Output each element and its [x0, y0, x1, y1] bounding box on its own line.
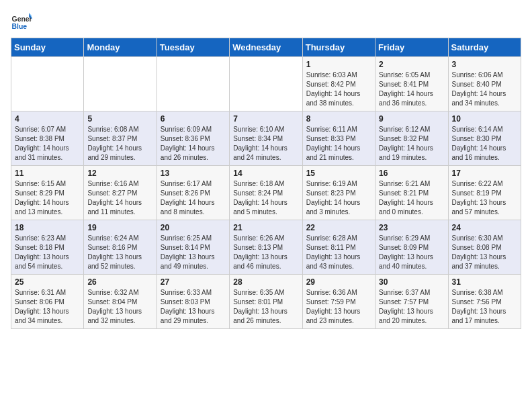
svg-text:Blue: Blue	[12, 23, 28, 30]
day-number: 22	[306, 223, 371, 232]
day-number: 28	[233, 277, 298, 287]
day-cell: 20Sunrise: 6:25 AM Sunset: 8:14 PM Dayli…	[157, 220, 229, 275]
day-cell: 24Sunrise: 6:30 AM Sunset: 8:08 PM Dayli…	[448, 220, 521, 275]
day-info: Sunrise: 6:26 AM Sunset: 8:13 PM Dayligh…	[233, 234, 298, 271]
day-number: 14	[233, 169, 298, 178]
day-header-saturday: Saturday	[448, 38, 521, 57]
day-cell: 28Sunrise: 6:35 AM Sunset: 8:01 PM Dayli…	[230, 275, 302, 329]
day-info: Sunrise: 6:23 AM Sunset: 8:18 PM Dayligh…	[15, 234, 80, 271]
week-row-5: 25Sunrise: 6:31 AM Sunset: 8:06 PM Dayli…	[11, 275, 521, 329]
day-header-monday: Monday	[84, 38, 157, 57]
day-number: 4	[15, 114, 80, 124]
day-info: Sunrise: 6:24 AM Sunset: 8:16 PM Dayligh…	[87, 234, 152, 271]
day-info: Sunrise: 6:16 AM Sunset: 8:27 PM Dayligh…	[87, 179, 152, 217]
week-row-4: 18Sunrise: 6:23 AM Sunset: 8:18 PM Dayli…	[11, 220, 521, 275]
day-number: 20	[161, 223, 226, 232]
day-cell: 17Sunrise: 6:22 AM Sunset: 8:19 PM Dayli…	[448, 166, 521, 220]
day-number: 11	[15, 169, 80, 178]
day-cell: 15Sunrise: 6:19 AM Sunset: 8:23 PM Dayli…	[302, 166, 375, 220]
day-info: Sunrise: 6:31 AM Sunset: 8:06 PM Dayligh…	[15, 288, 80, 326]
day-info: Sunrise: 6:14 AM Sunset: 8:30 PM Dayligh…	[452, 125, 517, 163]
day-number: 16	[379, 169, 444, 178]
day-info: Sunrise: 6:21 AM Sunset: 8:21 PM Dayligh…	[379, 179, 444, 217]
day-cell: 13Sunrise: 6:17 AM Sunset: 8:26 PM Dayli…	[157, 166, 229, 220]
day-cell: 26Sunrise: 6:32 AM Sunset: 8:04 PM Dayli…	[84, 275, 157, 329]
day-cell: 16Sunrise: 6:21 AM Sunset: 8:21 PM Dayli…	[375, 166, 448, 220]
day-info: Sunrise: 6:22 AM Sunset: 8:19 PM Dayligh…	[452, 179, 517, 217]
day-number: 5	[87, 114, 152, 124]
day-cell: 30Sunrise: 6:37 AM Sunset: 7:57 PM Dayli…	[375, 275, 448, 329]
calendar-table: SundayMondayTuesdayWednesdayThursdayFrid…	[11, 38, 521, 329]
day-info: Sunrise: 6:33 AM Sunset: 8:03 PM Dayligh…	[161, 288, 226, 326]
day-cell: 22Sunrise: 6:28 AM Sunset: 8:11 PM Dayli…	[302, 220, 375, 275]
week-row-1: 1Sunrise: 6:03 AM Sunset: 8:42 PM Daylig…	[11, 57, 521, 111]
day-number: 18	[15, 223, 80, 232]
day-number: 29	[306, 277, 371, 287]
day-cell: 25Sunrise: 6:31 AM Sunset: 8:06 PM Dayli…	[11, 275, 84, 329]
day-number: 17	[452, 169, 517, 178]
day-cell	[230, 57, 302, 111]
day-cell	[157, 57, 229, 111]
day-cell: 18Sunrise: 6:23 AM Sunset: 8:18 PM Dayli…	[11, 220, 84, 275]
week-row-3: 11Sunrise: 6:15 AM Sunset: 8:29 PM Dayli…	[11, 166, 521, 220]
day-cell: 7Sunrise: 6:10 AM Sunset: 8:34 PM Daylig…	[230, 111, 302, 166]
day-number: 21	[233, 223, 298, 232]
day-info: Sunrise: 6:28 AM Sunset: 8:11 PM Dayligh…	[306, 234, 371, 271]
day-cell	[84, 57, 157, 111]
day-number: 9	[379, 114, 444, 124]
day-cell: 31Sunrise: 6:38 AM Sunset: 7:56 PM Dayli…	[448, 275, 521, 329]
day-cell: 27Sunrise: 6:33 AM Sunset: 8:03 PM Dayli…	[157, 275, 229, 329]
day-cell: 12Sunrise: 6:16 AM Sunset: 8:27 PM Dayli…	[84, 166, 157, 220]
day-cell: 3Sunrise: 6:06 AM Sunset: 8:40 PM Daylig…	[448, 57, 521, 111]
day-cell: 10Sunrise: 6:14 AM Sunset: 8:30 PM Dayli…	[448, 111, 521, 166]
day-info: Sunrise: 6:15 AM Sunset: 8:29 PM Dayligh…	[15, 179, 80, 217]
day-cell: 19Sunrise: 6:24 AM Sunset: 8:16 PM Dayli…	[84, 220, 157, 275]
day-number: 24	[452, 223, 517, 232]
day-number: 19	[87, 223, 152, 232]
day-header-sunday: Sunday	[11, 38, 84, 57]
day-cell: 8Sunrise: 6:11 AM Sunset: 8:33 PM Daylig…	[302, 111, 375, 166]
day-cell: 29Sunrise: 6:36 AM Sunset: 7:59 PM Dayli…	[302, 275, 375, 329]
day-info: Sunrise: 6:09 AM Sunset: 8:36 PM Dayligh…	[161, 125, 226, 163]
day-number: 30	[379, 277, 444, 287]
header-row: SundayMondayTuesdayWednesdayThursdayFrid…	[11, 38, 521, 57]
day-cell: 1Sunrise: 6:03 AM Sunset: 8:42 PM Daylig…	[302, 57, 375, 111]
day-info: Sunrise: 6:37 AM Sunset: 7:57 PM Dayligh…	[379, 288, 444, 326]
day-info: Sunrise: 6:05 AM Sunset: 8:41 PM Dayligh…	[379, 71, 444, 108]
day-info: Sunrise: 6:18 AM Sunset: 8:24 PM Dayligh…	[233, 179, 298, 217]
day-number: 2	[379, 60, 444, 69]
day-info: Sunrise: 6:35 AM Sunset: 8:01 PM Dayligh…	[233, 288, 298, 326]
day-number: 8	[306, 114, 371, 124]
day-info: Sunrise: 6:32 AM Sunset: 8:04 PM Dayligh…	[87, 288, 152, 326]
day-number: 10	[452, 114, 517, 124]
day-number: 12	[87, 169, 152, 178]
logo: General Blue	[11, 11, 32, 32]
day-number: 27	[161, 277, 226, 287]
day-header-tuesday: Tuesday	[157, 38, 229, 57]
day-info: Sunrise: 6:08 AM Sunset: 8:37 PM Dayligh…	[87, 125, 152, 163]
day-header-wednesday: Wednesday	[230, 38, 302, 57]
day-cell: 5Sunrise: 6:08 AM Sunset: 8:37 PM Daylig…	[84, 111, 157, 166]
day-number: 31	[452, 277, 517, 287]
day-number: 13	[161, 169, 226, 178]
day-cell: 11Sunrise: 6:15 AM Sunset: 8:29 PM Dayli…	[11, 166, 84, 220]
day-info: Sunrise: 6:29 AM Sunset: 8:09 PM Dayligh…	[379, 234, 444, 271]
day-info: Sunrise: 6:25 AM Sunset: 8:14 PM Dayligh…	[161, 234, 226, 271]
day-number: 23	[379, 223, 444, 232]
day-info: Sunrise: 6:03 AM Sunset: 8:42 PM Dayligh…	[306, 71, 371, 108]
day-header-thursday: Thursday	[302, 38, 375, 57]
day-header-friday: Friday	[375, 38, 448, 57]
day-cell: 9Sunrise: 6:12 AM Sunset: 8:32 PM Daylig…	[375, 111, 448, 166]
day-cell: 14Sunrise: 6:18 AM Sunset: 8:24 PM Dayli…	[230, 166, 302, 220]
day-info: Sunrise: 6:10 AM Sunset: 8:34 PM Dayligh…	[233, 125, 298, 163]
day-number: 1	[306, 60, 371, 69]
day-info: Sunrise: 6:12 AM Sunset: 8:32 PM Dayligh…	[379, 125, 444, 163]
day-number: 7	[233, 114, 298, 124]
day-number: 6	[161, 114, 226, 124]
day-number: 26	[87, 277, 152, 287]
day-cell: 21Sunrise: 6:26 AM Sunset: 8:13 PM Dayli…	[230, 220, 302, 275]
day-cell: 4Sunrise: 6:07 AM Sunset: 8:38 PM Daylig…	[11, 111, 84, 166]
logo-icon: General Blue	[11, 11, 32, 32]
day-info: Sunrise: 6:07 AM Sunset: 8:38 PM Dayligh…	[15, 125, 80, 163]
page-header: General Blue	[11, 11, 521, 32]
